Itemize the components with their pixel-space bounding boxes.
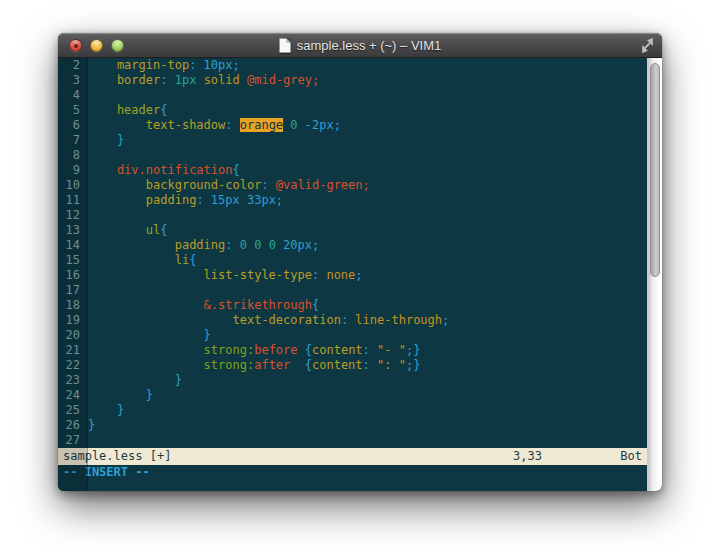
line-number: 24	[58, 388, 88, 403]
code-token: li	[88, 253, 189, 267]
window-controls	[69, 39, 124, 52]
code-line[interactable]: 20 }	[58, 328, 647, 343]
line-number: 5	[58, 103, 88, 118]
code-text: list-style-type: none;	[88, 268, 363, 283]
line-number: 21	[58, 343, 88, 358]
code-line[interactable]: 5 header{	[58, 103, 647, 118]
code-text: }	[88, 373, 182, 388]
code-line[interactable]: 15 li{	[58, 253, 647, 268]
code-token: background-color	[88, 178, 261, 192]
code-line[interactable]: 6 text-shadow: orange 0 -2px;	[58, 118, 647, 133]
minimize-button[interactable]	[90, 39, 103, 52]
code-text: div.notification{	[88, 163, 240, 178]
code-text: }	[88, 388, 153, 403]
fullscreen-icon[interactable]	[640, 38, 655, 53]
code-text: strong:before {content: "- ";}	[88, 343, 420, 358]
code-line[interactable]: 14 padding: 0 0 0 20px;	[58, 238, 647, 253]
code-token: before	[254, 343, 297, 357]
editor-content: 2 margin-top: 10px;3 border: 1px solid @…	[58, 58, 662, 491]
code-line[interactable]: 10 background-color: @valid-green;	[58, 178, 647, 193]
close-button[interactable]	[69, 39, 82, 52]
code-token: }	[88, 418, 95, 432]
code-token: }	[88, 388, 153, 402]
code-token: -2px	[305, 118, 334, 132]
line-number: 11	[58, 193, 88, 208]
code-token	[290, 358, 304, 372]
code-line[interactable]: 16 list-style-type: none;	[58, 268, 647, 283]
code-line[interactable]: 12	[58, 208, 647, 223]
code-line[interactable]: 17	[58, 283, 647, 298]
code-token: }	[413, 358, 420, 372]
code-token: ": "	[377, 358, 406, 372]
code-token: "- "	[377, 343, 406, 357]
title-bar[interactable]: sample.less + (~) – VIM1	[58, 33, 662, 58]
code-token: {	[305, 343, 312, 357]
code-line[interactable]: 2 margin-top: 10px;	[58, 58, 647, 73]
code-line[interactable]: 7 }	[58, 133, 647, 148]
vim-mode-indicator: -- INSERT --	[58, 465, 647, 481]
code-line[interactable]: 22 strong:after {content: ": ";}	[58, 358, 647, 373]
code-text: padding: 15px 33px;	[88, 193, 283, 208]
code-text: text-decoration: line-through;	[88, 313, 449, 328]
code-token: 0	[290, 118, 297, 132]
editor-main: 2 margin-top: 10px;3 border: 1px solid @…	[58, 58, 647, 491]
line-number: 4	[58, 88, 88, 103]
code-token	[298, 343, 305, 357]
scrollbar-track[interactable]	[647, 58, 662, 491]
code-line[interactable]: 4	[58, 88, 647, 103]
line-number: 6	[58, 118, 88, 133]
code-line[interactable]: 13 ul{	[58, 223, 647, 238]
line-number: 14	[58, 238, 88, 253]
line-number: 19	[58, 313, 88, 328]
code-text: border: 1px solid @mid-grey;	[88, 73, 319, 88]
code-token: strong	[88, 358, 247, 372]
code-line[interactable]: 19 text-decoration: line-through;	[58, 313, 647, 328]
code-token: ;	[442, 313, 449, 327]
desktop: sample.less + (~) – VIM1 2 margin-top: 1…	[0, 0, 720, 559]
code-token: content	[312, 358, 363, 372]
code-text: margin-top: 10px;	[88, 58, 240, 73]
code-token: ;	[355, 268, 362, 282]
code-token: }	[413, 343, 420, 357]
code-token: }	[88, 328, 211, 342]
code-token: :	[261, 178, 275, 192]
code-token: 1px	[175, 73, 197, 87]
line-number: 16	[58, 268, 88, 283]
code-line[interactable]: 8	[58, 148, 647, 163]
code-token: 10px	[204, 58, 233, 72]
code-line[interactable]: 27	[58, 433, 647, 448]
code-line[interactable]: 25 }	[58, 403, 647, 418]
code-token: {	[312, 298, 319, 312]
scrollbar-thumb[interactable]	[650, 63, 660, 277]
code-line[interactable]: 24 }	[58, 388, 647, 403]
code-line[interactable]: 18 &.strikethrough{	[58, 298, 647, 313]
code-text: padding: 0 0 0 20px;	[88, 238, 319, 253]
code-token: :	[363, 343, 377, 357]
line-number: 13	[58, 223, 88, 238]
code-text: header{	[88, 103, 167, 118]
code-token: ;	[233, 58, 240, 72]
code-token: {	[160, 103, 167, 117]
code-token: }	[88, 373, 182, 387]
code-text: background-color: @valid-green;	[88, 178, 370, 193]
code-token: none	[326, 268, 355, 282]
code-token: padding	[88, 193, 196, 207]
line-number: 17	[58, 283, 88, 298]
code-line[interactable]: 9 div.notification{	[58, 163, 647, 178]
line-number: 3	[58, 73, 88, 88]
code-line[interactable]: 11 padding: 15px 33px;	[58, 193, 647, 208]
code-line[interactable]: 26}	[58, 418, 647, 433]
code-area[interactable]: 2 margin-top: 10px;3 border: 1px solid @…	[58, 58, 647, 448]
code-token: 0 0 0	[240, 238, 276, 252]
code-line[interactable]: 3 border: 1px solid @mid-grey;	[58, 73, 647, 88]
code-token: :	[196, 193, 210, 207]
code-line[interactable]: 21 strong:before {content: "- ";}	[58, 343, 647, 358]
code-token: ul	[88, 223, 160, 237]
code-token: &.strikethrough	[88, 298, 312, 312]
code-line[interactable]: 23 }	[58, 373, 647, 388]
code-token: :	[225, 238, 239, 252]
line-number: 26	[58, 418, 88, 433]
code-token: ;	[312, 238, 319, 252]
line-number: 10	[58, 178, 88, 193]
zoom-button[interactable]	[111, 39, 124, 52]
